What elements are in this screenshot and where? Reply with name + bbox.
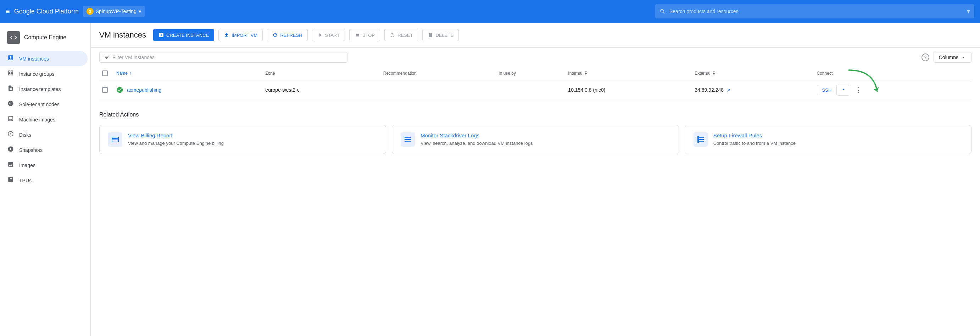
- sidebar-item-disks[interactable]: Disks: [0, 127, 88, 142]
- project-name: SpinupWP-Testing: [96, 8, 137, 14]
- recommendation-column-header: Recommendation: [380, 67, 496, 80]
- instance-name[interactable]: acmepublishing: [127, 87, 161, 93]
- page-header: VM instances CREATE INSTANCE IMPORT VM R…: [91, 23, 980, 48]
- create-instance-button[interactable]: CREATE INSTANCE: [153, 29, 214, 41]
- help-icon[interactable]: ?: [921, 54, 929, 61]
- sidebar-item-label: Images: [19, 163, 35, 168]
- columns-button[interactable]: Columns: [934, 52, 972, 63]
- import-vm-button[interactable]: IMPORT VM: [218, 29, 263, 41]
- reset-button[interactable]: RESET: [384, 29, 418, 41]
- sidebar-item-label: Instance templates: [19, 86, 61, 92]
- start-button[interactable]: START: [312, 29, 345, 41]
- sidebar-item-label: Instance groups: [19, 71, 55, 77]
- filter-icon: [104, 54, 110, 60]
- name-column-header[interactable]: Name ↑: [113, 67, 262, 80]
- table-wrapper: Name ↑ Zone Recommendation In use by Int…: [91, 67, 980, 100]
- logs-card-icon: [401, 132, 415, 147]
- sidebar-header: Compute Engine: [0, 25, 91, 51]
- sidebar-item-label: Snapshots: [19, 147, 43, 153]
- instance-in-use-by-cell: [496, 80, 565, 100]
- gcp-logo: Google Cloud Platform: [14, 8, 79, 15]
- row-checkbox-cell: [99, 80, 113, 100]
- select-all-checkbox[interactable]: [102, 70, 108, 76]
- sidebar-item-label: Machine images: [19, 117, 55, 122]
- external-link-icon[interactable]: ↗: [727, 87, 730, 93]
- project-dropdown-icon: ▾: [138, 8, 141, 14]
- images-icon: [7, 161, 14, 169]
- instance-recommendation-cell: [380, 80, 496, 100]
- ssh-button[interactable]: SSH: [817, 85, 837, 95]
- more-options-button[interactable]: ⋮: [852, 84, 865, 96]
- billing-card-icon: [108, 132, 123, 147]
- machine-images-icon: [7, 116, 14, 124]
- content-area: VM instances CREATE INSTANCE IMPORT VM R…: [91, 23, 980, 336]
- svg-point-0: [117, 87, 123, 93]
- action-cards: View Billing Report View and manage your…: [99, 125, 972, 154]
- refresh-button[interactable]: REFRESH: [267, 29, 307, 41]
- project-selector[interactable]: S SpinupWP-Testing ▾: [83, 6, 145, 17]
- sort-arrow-icon: ↑: [129, 71, 132, 76]
- instance-zone-cell: europe-west2-c: [262, 80, 380, 100]
- delete-button[interactable]: DELETE: [422, 29, 459, 41]
- billing-card-content: View Billing Report View and manage your…: [128, 132, 224, 146]
- sidebar-item-label: VM instances: [19, 56, 49, 62]
- sole-tenant-icon: [7, 100, 14, 108]
- sidebar-item-instance-templates[interactable]: Instance templates: [0, 81, 88, 97]
- top-nav-left: ≡ Google Cloud Platform S SpinupWP-Testi…: [6, 6, 145, 17]
- instance-status-icon: [116, 86, 123, 94]
- sidebar-item-label: Disks: [19, 132, 31, 138]
- compute-engine-icon: [7, 31, 20, 44]
- hamburger-icon[interactable]: ≡: [6, 8, 10, 16]
- ssh-dropdown-icon: [841, 87, 846, 92]
- page-title: VM instances: [99, 30, 146, 40]
- svg-marker-1: [873, 87, 879, 91]
- row-checkbox[interactable]: [102, 87, 108, 93]
- firewall-card-icon: [694, 132, 708, 147]
- sidebar-title: Compute Engine: [24, 34, 66, 41]
- billing-action-card: View Billing Report View and manage your…: [99, 125, 386, 154]
- vm-instances-icon: [7, 54, 14, 63]
- instance-external-ip-cell: 34.89.92.248 ↗: [692, 80, 814, 100]
- sidebar-item-tpus[interactable]: TPUs: [0, 173, 88, 188]
- reset-icon: [390, 32, 395, 38]
- sidebar-item-instance-groups[interactable]: Instance groups: [0, 66, 88, 81]
- sidebar-item-images[interactable]: Images: [0, 158, 88, 173]
- firewall-card-title[interactable]: Setup Firewall Rules: [713, 132, 795, 138]
- instance-groups-icon: [7, 70, 14, 78]
- billing-card-title[interactable]: View Billing Report: [128, 132, 224, 138]
- search-dropdown-icon[interactable]: ▾: [967, 8, 970, 15]
- filter-input[interactable]: [112, 54, 343, 60]
- stop-button[interactable]: STOP: [349, 29, 380, 41]
- firewall-card-desc: Control traffic to and from a VM instanc…: [713, 141, 795, 146]
- instance-internal-ip-cell: 10.154.0.8 (nic0): [565, 80, 692, 100]
- refresh-icon: [272, 32, 278, 38]
- related-actions-title: Related Actions: [99, 111, 972, 118]
- ssh-dropdown-button[interactable]: [838, 85, 849, 96]
- sidebar-item-machine-images[interactable]: Machine images: [0, 112, 88, 127]
- disks-icon: [7, 131, 14, 139]
- main-layout: Compute Engine VM instances Instance gro…: [0, 23, 980, 336]
- search-input[interactable]: [670, 8, 963, 14]
- sidebar-item-label: TPUs: [19, 178, 32, 184]
- search-icon: [659, 8, 666, 14]
- columns-label: Columns: [939, 54, 958, 60]
- logs-card-title[interactable]: Monitor Stackdriver Logs: [420, 132, 533, 138]
- connect-column-header: Connect: [814, 67, 972, 80]
- sidebar-item-sole-tenant-nodes[interactable]: Sole-tenant nodes: [0, 97, 88, 112]
- sidebar-item-snapshots[interactable]: Snapshots: [0, 142, 88, 158]
- sidebar: Compute Engine VM instances Instance gro…: [0, 23, 91, 336]
- start-icon: [317, 32, 323, 38]
- create-instance-icon: [159, 32, 164, 38]
- select-all-header: [99, 67, 113, 80]
- external-ip-value: 34.89.92.248: [695, 87, 724, 93]
- ssh-group: SSH: [817, 85, 850, 96]
- in-use-by-column-header: In use by: [496, 67, 565, 80]
- sidebar-item-vm-instances[interactable]: VM instances: [0, 51, 88, 66]
- svg-rect-2: [697, 136, 699, 143]
- logs-card-desc: View, search, analyze, and download VM i…: [420, 141, 533, 146]
- firewall-action-card: Setup Firewall Rules Control traffic to …: [685, 125, 972, 154]
- columns-dropdown-icon: [961, 54, 966, 60]
- billing-card-desc: View and manage your Compute Engine bill…: [128, 141, 224, 146]
- related-actions-section: Related Actions View Billing Report View…: [91, 100, 980, 163]
- search-bar: ▾: [655, 4, 974, 18]
